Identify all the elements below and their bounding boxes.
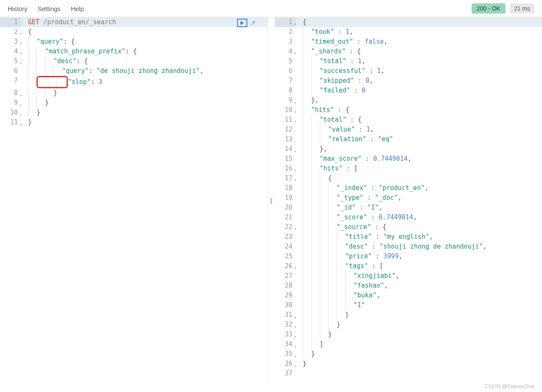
code-line[interactable]: 16▾"hits" : [ (275, 164, 542, 174)
code-line[interactable]: 11▾"total" : { (275, 115, 542, 125)
code-line[interactable]: 10▴} (0, 108, 268, 118)
code-line[interactable]: 35▴} (275, 349, 542, 359)
play-icon[interactable] (237, 19, 247, 27)
menu-help[interactable]: Help (71, 5, 84, 12)
code-line[interactable]: 2▾{ (0, 27, 268, 37)
code-line[interactable]: 3"timed_out" : false, (275, 37, 542, 47)
code-line[interactable]: 13"relation" : "eq" (275, 134, 542, 144)
code-line[interactable]: 10▾"hits" : { (275, 105, 542, 115)
menu-settings[interactable]: Settings (38, 5, 61, 12)
code-line[interactable]: 25"price" : 3999, (275, 252, 542, 261)
code-line[interactable]: 29"buka", (275, 291, 542, 300)
code-line[interactable]: 3▾"query": { (0, 37, 268, 47)
code-line[interactable]: 5▾"desc": { (0, 56, 268, 66)
code-line[interactable]: 37 (275, 369, 542, 378)
code-line[interactable]: 34▴] (275, 339, 542, 349)
action-icons (237, 19, 258, 27)
code-line[interactable]: 5"total" : 1, (275, 56, 542, 66)
watermark: CSDN @FeenixOne (485, 383, 534, 389)
code-line[interactable]: 4▾"match_phrase_prefix": { (0, 47, 268, 56)
code-line[interactable]: 23"title" : "my english", (275, 232, 542, 242)
code-line[interactable]: 8"failed" : 0 (275, 86, 542, 95)
wrench-icon[interactable] (248, 19, 258, 27)
code-line[interactable]: 27"xingjiabi", (275, 271, 542, 281)
code-line[interactable]: 33▴} (275, 330, 542, 339)
code-line[interactable]: 2"took" : 1, (275, 27, 542, 37)
request-pane[interactable]: 1GET /product_en/_search2▾{3▾"query": {4… (0, 17, 268, 384)
code-line[interactable]: 20"_id" : "1", (275, 203, 542, 213)
main-split: 1GET /product_en/_search2▾{3▾"query": {4… (0, 17, 542, 384)
menu-history[interactable]: History (8, 5, 28, 12)
status-badge: 200 - OK (472, 3, 506, 14)
code-line[interactable]: 26▾"tags" : [ (275, 261, 542, 271)
timing-badge: 21 ms (510, 3, 534, 14)
code-line[interactable]: 14▴}, (275, 144, 542, 154)
code-line[interactable]: 1▾{ (275, 17, 542, 27)
status-area: 200 - OK 21 ms (472, 3, 534, 14)
code-line[interactable]: 36▴} (275, 359, 542, 369)
code-line[interactable]: 18"_index" : "product_en", (275, 183, 542, 193)
pane-divider[interactable]: ‖ (268, 17, 275, 384)
request-editor[interactable]: 1GET /product_en/_search2▾{3▾"query": {4… (0, 17, 268, 127)
code-line[interactable]: 28"fashao", (275, 281, 542, 291)
code-line[interactable]: 15"max_score" : 0.7449014, (275, 154, 542, 164)
code-line[interactable]: 7"skipped" : 0, (275, 76, 542, 86)
code-line[interactable]: 1GET /product_en/_search (0, 17, 268, 27)
code-line[interactable]: 11▴} (0, 118, 268, 127)
code-line[interactable]: 4▾"_shards" : { (275, 47, 542, 56)
code-line[interactable]: 9▴} (0, 98, 268, 108)
code-line[interactable]: 31▴] (275, 310, 542, 320)
code-line[interactable]: 24"desc" : "shouji zhong de zhandouji", (275, 242, 542, 252)
code-line[interactable]: 7"slop": 3 (0, 76, 268, 88)
code-line[interactable]: 9▴}, (275, 95, 542, 105)
code-line[interactable]: 19"_type" : "_doc", (275, 193, 542, 203)
fold-icon[interactable]: ▴ (20, 119, 22, 129)
code-line[interactable]: 12"value" : 1, (275, 125, 542, 134)
response-editor[interactable]: 1▾{2"took" : 1,3"timed_out" : false,4▾"_… (275, 17, 542, 378)
code-line[interactable]: 17▾{ (275, 174, 542, 183)
menu: History Settings Help (8, 5, 84, 12)
header-bar: History Settings Help 200 - OK 21 ms (0, 0, 542, 17)
code-line[interactable]: 6"query": "de shouji zhong zhandouji", (0, 66, 268, 76)
code-line[interactable]: 30"1" (275, 300, 542, 310)
response-pane[interactable]: 1▾{2"took" : 1,3"timed_out" : false,4▾"_… (275, 17, 542, 384)
code-line[interactable]: 6"successful" : 1, (275, 66, 542, 76)
code-line[interactable]: 32▴} (275, 320, 542, 330)
code-line[interactable]: 21"_score" : 0.7449014, (275, 213, 542, 222)
code-line[interactable]: 8▴} (0, 88, 268, 98)
code-line[interactable]: 22▾"_source" : { (275, 222, 542, 232)
